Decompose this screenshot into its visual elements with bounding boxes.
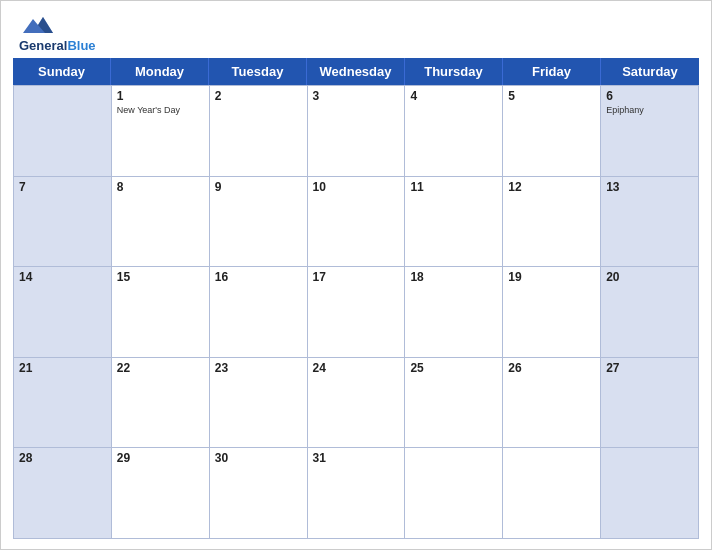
logo-text: GeneralBlue [19,39,96,52]
logo-general: General [19,38,67,53]
calendar-cell [601,448,699,538]
day-number: 23 [215,361,302,375]
calendar-cell: 21 [14,358,112,448]
logo: GeneralBlue [19,11,96,52]
calendar-page: GeneralBlue Sunday Monday Tuesday Wednes… [0,0,712,550]
day-number: 8 [117,180,204,194]
day-number: 30 [215,451,302,465]
holiday-label: Epiphany [606,105,693,116]
calendar-cell: 22 [112,358,210,448]
calendar-cell: 16 [210,267,308,357]
calendar-cell: 30 [210,448,308,538]
day-number: 13 [606,180,693,194]
calendar-cell: 19 [503,267,601,357]
holiday-label: New Year's Day [117,105,204,116]
calendar-cell [503,448,601,538]
day-number: 24 [313,361,400,375]
day-number: 9 [215,180,302,194]
calendar-cell: 29 [112,448,210,538]
header: GeneralBlue [1,1,711,58]
day-number: 21 [19,361,106,375]
header-monday: Monday [111,58,209,85]
calendar-cell [14,86,112,176]
calendar-cell: 2 [210,86,308,176]
calendar-week-row: 14151617181920 [13,266,699,357]
day-number: 12 [508,180,595,194]
weekday-header-row: Sunday Monday Tuesday Wednesday Thursday… [13,58,699,85]
day-number: 31 [313,451,400,465]
calendar-cell: 18 [405,267,503,357]
day-number: 3 [313,89,400,103]
calendar-cell: 25 [405,358,503,448]
calendar-week-row: 28293031 [13,447,699,539]
calendar-cell: 9 [210,177,308,267]
calendar-body: 1New Year's Day23456Epiphany789101112131… [13,85,699,539]
logo-icon [19,11,57,39]
calendar-week-row: 78910111213 [13,176,699,267]
header-tuesday: Tuesday [209,58,307,85]
day-number: 7 [19,180,106,194]
calendar-cell: 15 [112,267,210,357]
day-number: 18 [410,270,497,284]
day-number: 14 [19,270,106,284]
calendar-cell: 12 [503,177,601,267]
calendar-cell: 14 [14,267,112,357]
header-wednesday: Wednesday [307,58,405,85]
calendar-cell: 27 [601,358,699,448]
day-number: 17 [313,270,400,284]
day-number: 15 [117,270,204,284]
calendar-grid: Sunday Monday Tuesday Wednesday Thursday… [1,58,711,549]
header-thursday: Thursday [405,58,503,85]
day-number: 29 [117,451,204,465]
header-friday: Friday [503,58,601,85]
calendar-cell: 6Epiphany [601,86,699,176]
day-number: 19 [508,270,595,284]
day-number: 5 [508,89,595,103]
calendar-cell: 13 [601,177,699,267]
day-number: 27 [606,361,693,375]
day-number: 20 [606,270,693,284]
calendar-cell [405,448,503,538]
calendar-cell: 1New Year's Day [112,86,210,176]
calendar-cell: 28 [14,448,112,538]
calendar-cell: 17 [308,267,406,357]
day-number: 6 [606,89,693,103]
calendar-cell: 11 [405,177,503,267]
calendar-week-row: 21222324252627 [13,357,699,448]
header-saturday: Saturday [601,58,699,85]
calendar-cell: 24 [308,358,406,448]
calendar-cell: 4 [405,86,503,176]
day-number: 11 [410,180,497,194]
calendar-cell: 23 [210,358,308,448]
day-number: 4 [410,89,497,103]
day-number: 28 [19,451,106,465]
day-number: 22 [117,361,204,375]
day-number: 25 [410,361,497,375]
day-number: 26 [508,361,595,375]
calendar-cell: 8 [112,177,210,267]
day-number: 2 [215,89,302,103]
calendar-cell: 5 [503,86,601,176]
day-number: 10 [313,180,400,194]
logo-blue: Blue [67,38,95,53]
calendar-cell: 31 [308,448,406,538]
calendar-week-row: 1New Year's Day23456Epiphany [13,85,699,176]
header-sunday: Sunday [13,58,111,85]
calendar-cell: 3 [308,86,406,176]
day-number: 1 [117,89,204,103]
calendar-cell: 26 [503,358,601,448]
calendar-cell: 20 [601,267,699,357]
calendar-cell: 10 [308,177,406,267]
day-number: 16 [215,270,302,284]
calendar-cell: 7 [14,177,112,267]
